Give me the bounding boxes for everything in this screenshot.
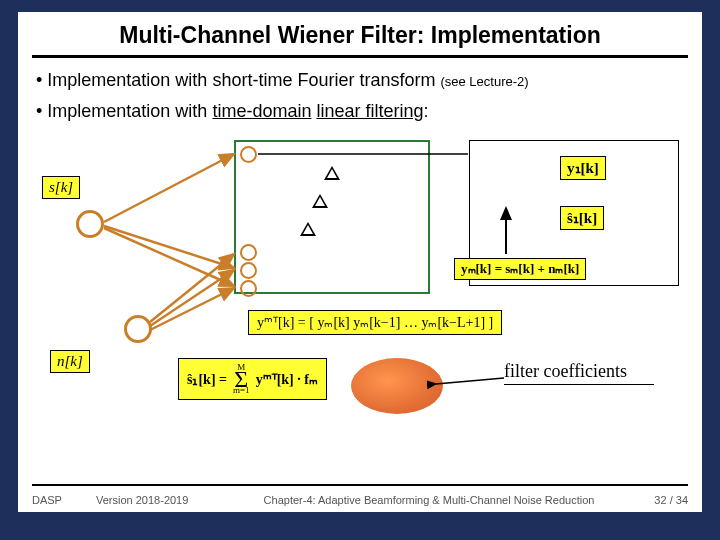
triangle-icon: [312, 194, 328, 208]
label-y1: y₁[k]: [560, 156, 606, 180]
triangle-icon: [300, 222, 316, 236]
footer-left: DASP: [32, 494, 96, 506]
svg-line-1: [104, 226, 234, 268]
triangle-icon: [324, 166, 340, 180]
sigma-icon: Σ: [234, 372, 248, 386]
slide-title: Multi-Channel Wiener Filter: Implementat…: [18, 12, 702, 55]
svg-line-8: [436, 378, 504, 384]
rule-bottom: [32, 484, 688, 486]
svg-line-4: [150, 270, 234, 326]
svg-line-3: [150, 254, 234, 322]
bullet-1-note: (see Lecture-2): [440, 74, 528, 89]
vector-def-text: yᵐᵀ[k] = [ yₘ[k] yₘ[k−1] … yₘ[k−L+1] ]: [257, 315, 493, 330]
footer-chapter: Chapter-4: Adaptive Beamforming & Multi-…: [226, 494, 632, 506]
svg-line-5: [150, 288, 234, 330]
bullet-2-prefix: • Implementation with: [36, 101, 212, 121]
eq-lhs: ŝ₁[k] =: [187, 371, 227, 388]
eq-sum-lower: m=1: [233, 386, 250, 395]
footer-version: Version 2018-2019: [96, 494, 226, 506]
bullet-2: • Implementation with time-domain linear…: [36, 101, 684, 122]
bullet-2-u1: time-domain: [212, 101, 311, 121]
bullet-2-suffix: :: [424, 101, 429, 121]
svg-line-2: [104, 228, 234, 286]
bullets: • Implementation with short-time Fourier…: [18, 58, 702, 140]
label-s-k: s[k]: [42, 176, 80, 199]
label-n-k: n[k]: [50, 350, 90, 373]
mic-5-icon: [240, 280, 257, 297]
mic-3-icon: [240, 244, 257, 261]
label-s1hat: ŝ₁[k]: [560, 206, 604, 230]
source-noise-icon: [124, 315, 152, 343]
footer: DASP Version 2018-2019 Chapter-4: Adapti…: [32, 494, 688, 506]
mic-4-icon: [240, 262, 257, 279]
filter-coefficients-label: filter coefficients: [504, 362, 654, 385]
eq-rhs: yᵐᵀ[k] · fₘ: [256, 371, 318, 388]
label-vector-def: yᵐᵀ[k] = [ yₘ[k] yₘ[k−1] … yₘ[k−L+1] ]: [248, 310, 502, 335]
mic-1-icon: [240, 146, 257, 163]
mic-array-box: [234, 140, 430, 294]
footer-page: 32 / 34: [632, 494, 688, 506]
highlight-blob-icon: [351, 358, 443, 414]
diagram: s[k] n[k] y₁[k] ŝ₁[k] yₘ[k] = sₘ[k] + nₘ…: [36, 140, 684, 420]
bullet-1-text: • Implementation with short-time Fourier…: [36, 70, 440, 90]
svg-line-0: [104, 154, 234, 222]
bullet-1: • Implementation with short-time Fourier…: [36, 70, 684, 91]
equation-sum: ŝ₁[k] = M Σ m=1 yᵐᵀ[k] · fₘ: [178, 358, 327, 400]
label-ym-eq: yₘ[k] = sₘ[k] + nₘ[k]: [454, 258, 586, 280]
source-signal-icon: [76, 210, 104, 238]
bullet-2-u2: linear filtering: [316, 101, 423, 121]
